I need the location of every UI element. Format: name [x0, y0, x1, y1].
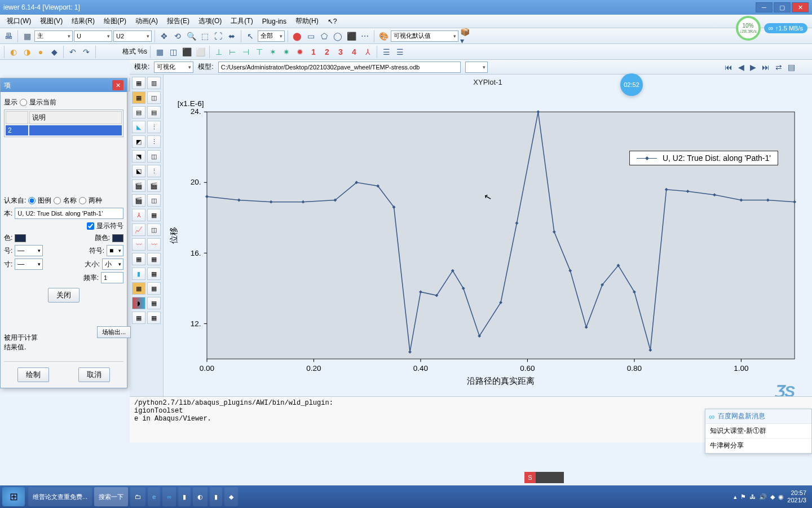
plot-button[interactable]: 绘制	[17, 367, 49, 382]
box4-icon[interactable]: ⬜	[194, 46, 206, 58]
lt-12[interactable]: ◫	[147, 150, 161, 163]
var-combo[interactable]: U	[74, 30, 112, 42]
circle-icon[interactable]: ◯	[332, 30, 344, 42]
show-symbol-check[interactable]	[87, 222, 94, 230]
task-abaqus[interactable]: ◆	[224, 487, 238, 506]
undo-icon[interactable]: ↶	[67, 46, 79, 58]
lt-6[interactable]: ▤	[147, 106, 161, 119]
lt-14[interactable]: ⋮	[147, 165, 161, 177]
close-button[interactable]: ✕	[792, 2, 809, 12]
lt-26[interactable]: ▦	[147, 253, 161, 265]
table-row[interactable]: 2	[6, 125, 122, 135]
symbol-size-combo[interactable]: 小	[102, 259, 123, 270]
lad1-icon[interactable]: ☰	[380, 46, 392, 58]
lt-33[interactable]: ▦	[132, 312, 145, 324]
menu-plugins[interactable]: Plug-ins	[258, 16, 291, 27]
ax7-icon[interactable]: ✹	[294, 46, 306, 58]
plot-canvas[interactable]: 12.16.20.24.0.000.200.400.600.801.00[x1.…	[166, 89, 806, 394]
tray-o1-icon[interactable]: ◆	[770, 493, 775, 501]
lt-19[interactable]: ⅄	[132, 209, 145, 221]
lt-4[interactable]: ◫	[147, 91, 161, 104]
lt-15[interactable]: 🎬	[132, 179, 145, 192]
dialog-close-btn[interactable]: 关闭	[48, 288, 80, 303]
autofit-icon[interactable]: ⬌	[226, 30, 238, 42]
style-icon[interactable]: 📦▾	[460, 30, 472, 42]
lt-24[interactable]: 〰	[147, 238, 161, 251]
line-width-combo[interactable]: —	[15, 259, 43, 270]
lt-9[interactable]: ◩	[132, 135, 145, 148]
task-cmd2[interactable]: ▮	[210, 487, 222, 506]
path-drop[interactable]	[465, 62, 488, 73]
lt-13[interactable]: ⬕	[132, 165, 145, 177]
task-1[interactable]: 维普论文查重免费...	[28, 487, 92, 506]
lt-17[interactable]: 🎬	[132, 194, 145, 207]
box2-icon[interactable]: ◫	[167, 46, 179, 58]
dialog-close-button[interactable]: ✕	[112, 80, 123, 90]
lt-28[interactable]: ▦	[147, 268, 161, 280]
lad2-icon[interactable]: ☰	[394, 46, 406, 58]
line-color-swatch[interactable]	[15, 234, 26, 242]
render-icon[interactable]: 🎨	[377, 30, 390, 42]
select-icon[interactable]: ↖	[244, 30, 257, 42]
whatsthis-icon[interactable]: ↖?	[323, 16, 342, 27]
system-tray[interactable]: ▴ ⚑ 🖧 🔊 ◆ ◉ 20:57 2021/3	[734, 489, 810, 504]
task-ie[interactable]: e	[148, 487, 160, 506]
n3-icon[interactable]: 3	[334, 46, 347, 58]
lt-29[interactable]: ▦	[132, 282, 145, 295]
menu-plot[interactable]: 绘图(P)	[99, 15, 131, 28]
lt-8[interactable]: ⋮	[147, 121, 161, 133]
start-button[interactable]: ⊞	[2, 487, 25, 506]
menu-options[interactable]: 选项(O)	[194, 15, 226, 28]
n4-icon[interactable]: 4	[348, 46, 360, 58]
primary-var-combo[interactable]: 主	[34, 30, 73, 42]
from-legend-radio[interactable]	[28, 197, 36, 204]
minimize-button[interactable]: ─	[756, 2, 773, 12]
task-app1[interactable]: ◐	[193, 487, 208, 506]
first-icon[interactable]: ⏮	[723, 62, 734, 73]
ime-bar[interactable]: S	[524, 472, 564, 483]
menu-tools[interactable]: 工具(T)	[226, 15, 257, 28]
lt-2[interactable]: ▥	[147, 77, 161, 89]
show-current-radio[interactable]	[20, 99, 27, 106]
lt-22[interactable]: ◫	[147, 224, 161, 236]
menu-report[interactable]: 报告(E)	[162, 15, 194, 28]
tray-vol-icon[interactable]: 🔊	[759, 493, 767, 501]
rotate-icon[interactable]: ⟲	[171, 30, 184, 42]
net-badge[interactable]: ∞ ↑1.5 MB/s	[764, 23, 807, 33]
symbol-combo[interactable]: ■	[107, 245, 123, 256]
cpu-meter[interactable]: 10% ↓28.3K/s	[736, 16, 761, 41]
legend-box[interactable]: U, U2: True Dist. along 'Path-1'	[629, 151, 778, 165]
lt-30[interactable]: ▦	[147, 282, 161, 295]
menu-view[interactable]: 视图(V)	[36, 15, 67, 28]
render-combo[interactable]: 可视化默认值	[391, 30, 458, 42]
module-combo[interactable]: 可视化	[154, 62, 193, 73]
box1-icon[interactable]: ▦	[153, 46, 166, 58]
lt-23[interactable]: 〰	[132, 238, 145, 251]
zoombox-icon[interactable]: ⬚	[198, 30, 211, 42]
curves-table[interactable]: 说明 2	[4, 110, 123, 137]
lt-5[interactable]: ▤	[132, 106, 145, 119]
grid-icon[interactable]: ▦	[21, 30, 33, 42]
legend-text-input[interactable]	[15, 208, 123, 219]
ax5-icon[interactable]: ✶	[267, 46, 279, 58]
tray-up-icon[interactable]: ▴	[734, 493, 737, 501]
model-path-field[interactable]: C:/Users/Administrator/Desktop/20210302p…	[218, 62, 461, 73]
select-mode-combo[interactable]: 全部	[258, 30, 285, 42]
n2-icon[interactable]: 2	[321, 46, 333, 58]
task-cmd1[interactable]: ▮	[178, 487, 191, 506]
lt-16[interactable]: 🎬	[147, 179, 161, 192]
prev-icon[interactable]: ◀	[737, 62, 745, 73]
menu-animate[interactable]: 动画(A)	[131, 15, 162, 28]
lt-20[interactable]: ▦	[147, 209, 161, 221]
dialog-titlebar[interactable]: 项 ✕	[1, 78, 127, 92]
task-2[interactable]: 搜索一下	[94, 487, 128, 506]
lt-34[interactable]: ▦	[147, 312, 161, 324]
comp-combo[interactable]: U2	[113, 30, 152, 42]
maximize-button[interactable]: ▢	[774, 2, 791, 12]
field-output-button[interactable]: 场输出...	[97, 326, 131, 338]
from-both-radio[interactable]	[79, 197, 86, 204]
next-icon[interactable]: ▶	[749, 62, 757, 73]
box3-icon[interactable]: ⬛	[180, 46, 193, 58]
lt-21[interactable]: 📈	[132, 224, 145, 236]
more-icon[interactable]: ⋯	[359, 30, 371, 42]
